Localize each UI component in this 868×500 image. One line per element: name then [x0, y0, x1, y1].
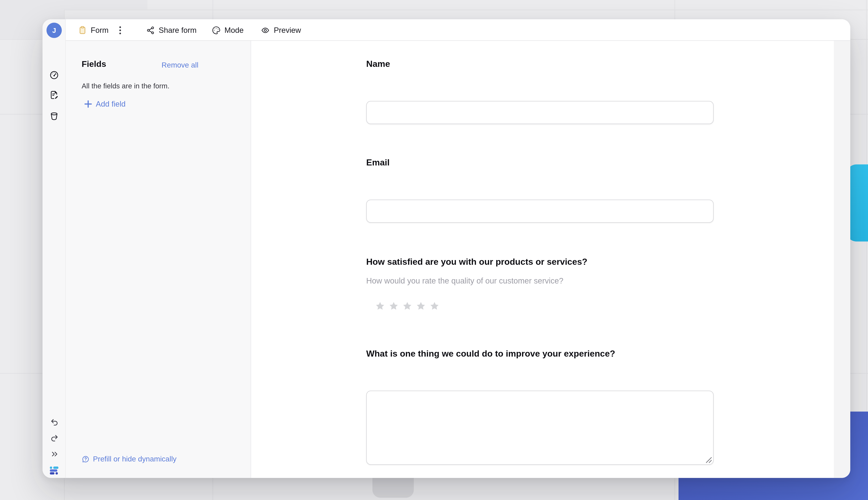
long-answer-wrap	[366, 391, 714, 465]
desktop: J	[0, 0, 868, 500]
preview-label: Preview	[274, 26, 301, 34]
share-form-button[interactable]: Share form	[146, 19, 196, 41]
app-window: J	[43, 19, 850, 478]
form-editor-icon[interactable]	[43, 88, 66, 101]
undo-icon[interactable]	[43, 416, 66, 429]
question-label-name: Name	[366, 59, 390, 69]
preview-button[interactable]: Preview	[261, 19, 301, 41]
add-field-label: Add field	[96, 100, 126, 108]
redo-icon[interactable]	[43, 431, 66, 445]
app-logo-icon[interactable]	[43, 464, 66, 477]
fields-sidebar: Fields Remove all All the fields are in …	[66, 41, 251, 478]
add-field-button[interactable]: Add field	[84, 100, 126, 108]
more-options-button[interactable]	[119, 19, 121, 41]
kebab-menu-icon	[119, 26, 121, 34]
trash-bucket-icon[interactable]	[43, 109, 66, 122]
fields-empty-note: All the fields are in the form.	[82, 82, 169, 90]
help-bubble-icon	[82, 455, 90, 463]
star-icon[interactable]	[429, 301, 440, 311]
resize-grip-icon[interactable]	[706, 457, 712, 463]
canvas-right-gutter	[834, 41, 850, 478]
left-rail: J	[43, 19, 66, 478]
question-label-satisfaction: How satisfied are you with our products …	[366, 257, 587, 267]
avatar[interactable]: J	[47, 23, 62, 38]
improve-textarea[interactable]	[366, 391, 714, 465]
star-icon[interactable]	[375, 301, 385, 311]
remove-all-link[interactable]: Remove all	[162, 60, 198, 69]
fields-panel-title: Fields	[82, 59, 106, 69]
star-icon[interactable]	[388, 301, 399, 311]
star-icon[interactable]	[402, 301, 413, 311]
plus-icon	[84, 100, 92, 107]
collapse-chevrons-icon[interactable]	[43, 447, 66, 461]
bg-gridline	[0, 10, 868, 10]
top-toolbar: Form Share form	[66, 19, 850, 41]
mode-button[interactable]: Mode	[212, 19, 243, 41]
share-icon	[146, 26, 155, 34]
star-icon[interactable]	[415, 301, 426, 311]
mode-label: Mode	[225, 26, 243, 34]
palette-icon	[212, 26, 220, 34]
question-description-satisfaction: How would you rate the quality of our cu…	[366, 276, 563, 285]
name-input[interactable]	[366, 101, 714, 124]
prefill-link-label: Prefill or hide dynamically	[93, 455, 176, 463]
form-canvas: Name Email How satisfied are you with ou…	[251, 41, 834, 478]
form-menu[interactable]: Form	[78, 19, 109, 41]
question-label-email: Email	[366, 158, 390, 168]
question-label-improve: What is one thing we could do to improve…	[366, 349, 615, 359]
star-rating	[375, 301, 440, 311]
form-menu-label: Form	[91, 26, 108, 34]
email-input[interactable]	[366, 200, 714, 223]
prefill-link[interactable]: Prefill or hide dynamically	[82, 455, 176, 463]
share-form-label: Share form	[159, 26, 196, 34]
clipboard-icon	[78, 25, 87, 35]
dashboard-gauge-icon[interactable]	[43, 68, 66, 82]
eye-icon	[261, 26, 270, 34]
